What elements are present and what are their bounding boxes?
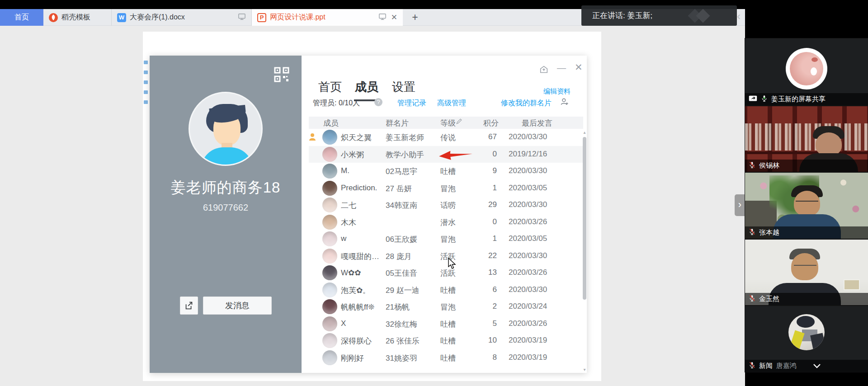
- tab-docx[interactable]: W 大赛会序(1).docx: [112, 9, 252, 26]
- member-row[interactable]: 炽天之翼 姜玉新老师 传说 67 2020/03/30: [309, 129, 583, 146]
- member-last-speak: 2020/03/30: [509, 251, 547, 260]
- member-avatar[interactable]: [322, 181, 337, 196]
- member-row[interactable]: 深得朕心 26 张佳乐 吐槽 10 2020/03/19: [309, 332, 583, 349]
- speaking-toast-text: 正在讲话: 姜玉新;: [592, 10, 652, 21]
- member-avatar[interactable]: [322, 130, 337, 145]
- member-score: 2: [470, 302, 497, 311]
- member-row[interactable]: W✿✿ 05王佳音 活跃 13 2020/03/26: [309, 264, 583, 282]
- send-message-button[interactable]: 发消息: [203, 297, 272, 315]
- member-table: 成员 群名片 等级 积分 最后发言: [309, 117, 583, 366]
- qr-code-icon[interactable]: [274, 67, 289, 84]
- member-avatar[interactable]: [322, 282, 337, 297]
- person-add-icon[interactable]: [560, 97, 569, 108]
- member-row[interactable]: 木木 潜水 0 2020/03/26: [309, 214, 583, 231]
- member-card: 31姚姿羽: [386, 353, 439, 363]
- group-tab-members[interactable]: 成员: [355, 79, 378, 95]
- collapse-left-icon[interactable]: ‹: [737, 10, 741, 23]
- member-avatar[interactable]: [322, 299, 337, 314]
- header-member: 成员: [323, 118, 339, 128]
- minimize-button[interactable]: —: [557, 63, 566, 73]
- share-group-button[interactable]: [180, 297, 198, 315]
- member-name: 小米粥: [341, 150, 384, 160]
- participant-video[interactable]: 张本越: [745, 173, 868, 239]
- member-list-scrollbar[interactable]: ▴ ▾: [582, 129, 587, 373]
- member-row[interactable]: 泡芙✿。 29 赵一迪 吐槽 6 2020/03/30: [309, 282, 583, 299]
- group-badge-icon[interactable]: [539, 65, 549, 76]
- participant-name: 金玉然: [759, 295, 779, 303]
- tab-ppt[interactable]: P 网页设计说课.ppt ✕: [252, 9, 403, 26]
- member-score: 0: [470, 150, 497, 159]
- edit-group-card-link[interactable]: 修改我的群名片: [501, 99, 552, 108]
- admin-log-link[interactable]: 管理记录: [397, 99, 426, 108]
- advanced-manage-link[interactable]: 高级管理: [437, 99, 466, 108]
- member-row[interactable]: M. 02马思宇 吐槽 9 2020/03/30: [309, 163, 583, 180]
- participant-label: 新闻 唐嘉鸿: [745, 360, 868, 372]
- tab-home[interactable]: 首页: [0, 9, 43, 26]
- member-avatar[interactable]: [322, 164, 337, 179]
- member-row[interactable]: 二七 34韩亚南 话唠 29 2020/03/30: [309, 197, 583, 214]
- member-score: 8: [470, 353, 497, 362]
- mic-muted-icon: [749, 228, 755, 237]
- group-tab-home[interactable]: 首页: [318, 79, 342, 95]
- member-score: 22: [470, 251, 497, 260]
- scroll-down-icon[interactable]: ▾: [582, 367, 587, 372]
- member-row[interactable]: Prediction. 27 岳妍 冒泡 1 2020/03/05: [309, 180, 583, 197]
- group-number: 619077662: [150, 202, 302, 213]
- group-avatar[interactable]: [189, 92, 263, 166]
- sidebar-expand-handle[interactable]: ›: [735, 194, 745, 216]
- scroll-up-icon[interactable]: ▴: [582, 130, 587, 135]
- close-tab-icon[interactable]: ✕: [391, 13, 397, 22]
- member-name: 帆帆帆ff❊: [341, 302, 384, 312]
- member-avatar[interactable]: [322, 333, 337, 348]
- member-avatar[interactable]: [322, 215, 337, 230]
- member-avatar[interactable]: [322, 249, 337, 264]
- edit-profile-link[interactable]: 编辑资料: [543, 87, 571, 96]
- member-avatar[interactable]: [322, 265, 337, 280]
- monitor-icon[interactable]: [378, 13, 387, 22]
- group-detail-panel: — ✕ 首页 成员 设置 编辑资料 管理员: 0/10人 ? 管理记录 高级管理…: [302, 56, 587, 373]
- monitor-icon[interactable]: [238, 13, 246, 22]
- member-last-speak: 2020/03/05: [509, 234, 547, 243]
- chevron-down-icon[interactable]: [813, 362, 821, 370]
- member-row[interactable]: 帆帆帆ff❊ 21杨帆 冒泡 2 2020/03/24: [309, 298, 583, 315]
- member-level: 吐槽: [440, 285, 456, 296]
- toast-logo-icon: [686, 8, 715, 24]
- annotation-arrow: [439, 149, 473, 161]
- member-last-speak: 2020/03/30: [509, 285, 547, 294]
- edit-level-icon[interactable]: [456, 118, 462, 127]
- group-owner-icon: [309, 133, 316, 143]
- close-window-button[interactable]: ✕: [575, 62, 583, 73]
- member-last-speak: 2020/03/19: [509, 336, 547, 345]
- participant-screen-share[interactable]: 姜玉新的屏幕共享: [745, 38, 868, 105]
- member-last-speak: 2019/12/16: [509, 150, 547, 159]
- member-row[interactable]: 刚刚好 31姚姿羽 吐槽 8 2020/03/19: [309, 349, 583, 367]
- help-icon[interactable]: ?: [374, 98, 382, 106]
- group-tab-settings[interactable]: 设置: [392, 79, 415, 95]
- participants-sidebar: 姜玉新的屏幕共享 侯锡林 张本越: [745, 0, 868, 386]
- member-avatar[interactable]: [322, 231, 337, 246]
- participant-video[interactable]: 新闻 唐嘉鸿: [745, 306, 868, 372]
- member-row[interactable]: X 32徐红梅 吐槽 5 2020/03/26: [309, 315, 583, 333]
- member-card: 02马思宇: [386, 166, 439, 177]
- member-row[interactable]: 嘎嘎甜的… 28 庞月 活跃 22 2020/03/30: [309, 248, 583, 265]
- header-last-speak: 最后发言: [522, 118, 552, 128]
- member-last-speak: 2020/03/26: [509, 217, 547, 226]
- member-avatar[interactable]: [322, 350, 337, 365]
- tab-docer[interactable]: 稻壳模板: [43, 9, 112, 26]
- member-name: Prediction.: [341, 184, 384, 193]
- participant-video[interactable]: 侯锡林: [745, 106, 868, 172]
- scrollbar-thumb[interactable]: [583, 137, 586, 300]
- member-row[interactable]: w 06王欣媛 冒泡 1 2020/03/05: [309, 231, 583, 248]
- member-card: 姜玉新老师: [386, 132, 439, 143]
- member-level: 冒泡: [440, 234, 456, 245]
- member-avatar[interactable]: [322, 316, 337, 331]
- member-level: 冒泡: [440, 302, 456, 312]
- member-avatar[interactable]: [322, 198, 337, 212]
- member-rows: 炽天之翼 姜玉新老师 传说 67 2020/03/30: [309, 129, 583, 366]
- new-tab-button[interactable]: +: [408, 10, 422, 24]
- member-row[interactable]: 小米粥 教学小助手 0 2019/12/16: [309, 146, 583, 163]
- participant-name: 张本越: [759, 228, 779, 237]
- member-last-speak: 2020/03/19: [509, 353, 547, 362]
- member-avatar[interactable]: [322, 147, 337, 162]
- participant-video[interactable]: 金玉然: [745, 240, 868, 305]
